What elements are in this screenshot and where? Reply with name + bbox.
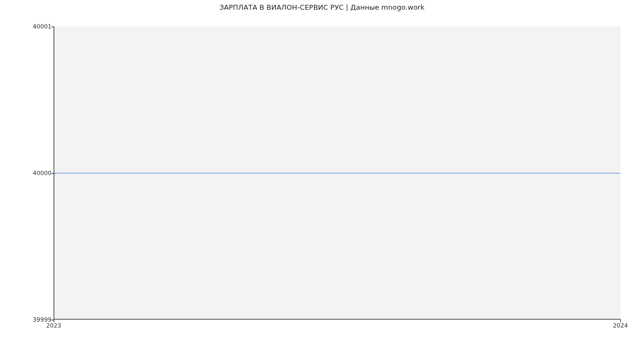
ytick-mark xyxy=(52,26,54,27)
chart-title: ЗАРПЛАТА В ВИАЛОН-СЕРВИС РУС | Данные mn… xyxy=(0,3,644,11)
ytick-mark xyxy=(52,173,54,173)
xtick-left: 2023 xyxy=(46,322,61,329)
salary-line xyxy=(54,173,620,173)
ytick-top: 40001 xyxy=(3,23,52,30)
ytick-mid: 40000 xyxy=(3,170,52,177)
xtick-mark xyxy=(54,319,54,322)
ytick-bottom: 39999 xyxy=(3,316,52,323)
xtick-right-label: 2024 xyxy=(613,322,628,329)
xtick-right: 2024 xyxy=(613,322,628,329)
xtick-left-label: 2023 xyxy=(46,322,61,329)
ytick-top-label: 40001 xyxy=(33,23,52,30)
xtick-mark xyxy=(620,319,621,322)
plot-area xyxy=(54,26,620,319)
ytick-mid-label: 40000 xyxy=(33,170,52,177)
